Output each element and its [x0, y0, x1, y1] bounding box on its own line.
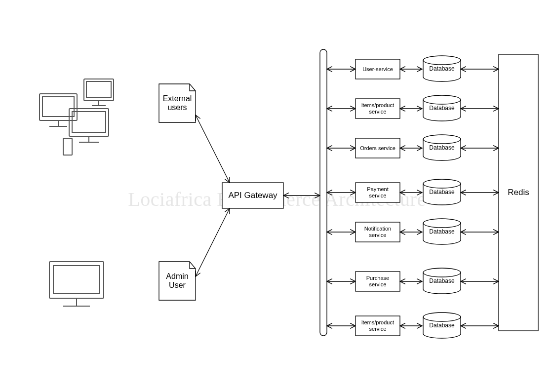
admin-monitor-icon	[49, 262, 104, 306]
external-users-label: External users	[159, 84, 196, 122]
service-row-2	[327, 135, 499, 160]
database-label-4: Database	[422, 222, 462, 242]
service-bus	[320, 49, 327, 336]
service-label-0: User-service	[356, 59, 400, 79]
service-label-4: Notification service	[356, 222, 400, 242]
admin-user-label: Admin User	[159, 262, 196, 300]
workstation-cluster-icon	[40, 79, 114, 155]
service-label-5: Purchase service	[356, 272, 400, 291]
database-label-5: Database	[422, 272, 462, 291]
api-gateway-label: API Gateway	[222, 183, 283, 208]
database-label-0: Database	[422, 59, 462, 79]
database-label-3: Database	[422, 183, 462, 202]
service-label-6: items/product service	[356, 316, 400, 336]
service-row-0	[327, 56, 499, 81]
redis-label: Redis	[499, 54, 538, 331]
service-label-1: items/product service	[356, 99, 400, 118]
svg-rect-5	[86, 81, 111, 97]
database-label-2: Database	[422, 138, 462, 158]
service-row-5	[327, 268, 499, 294]
service-label-3: Payment service	[356, 183, 400, 202]
svg-rect-13	[49, 262, 104, 298]
database-label-1: Database	[422, 99, 462, 118]
service-row-6	[327, 313, 499, 338]
service-row-3	[327, 179, 499, 205]
svg-rect-12	[63, 138, 72, 155]
service-label-2: Orders service	[356, 138, 400, 158]
database-label-6: Database	[422, 316, 462, 336]
service-row-1	[327, 95, 499, 121]
edge-gateway-external	[196, 115, 230, 183]
service-row-4	[327, 219, 499, 244]
edge-gateway-admin	[196, 208, 230, 276]
svg-rect-14	[53, 266, 100, 293]
